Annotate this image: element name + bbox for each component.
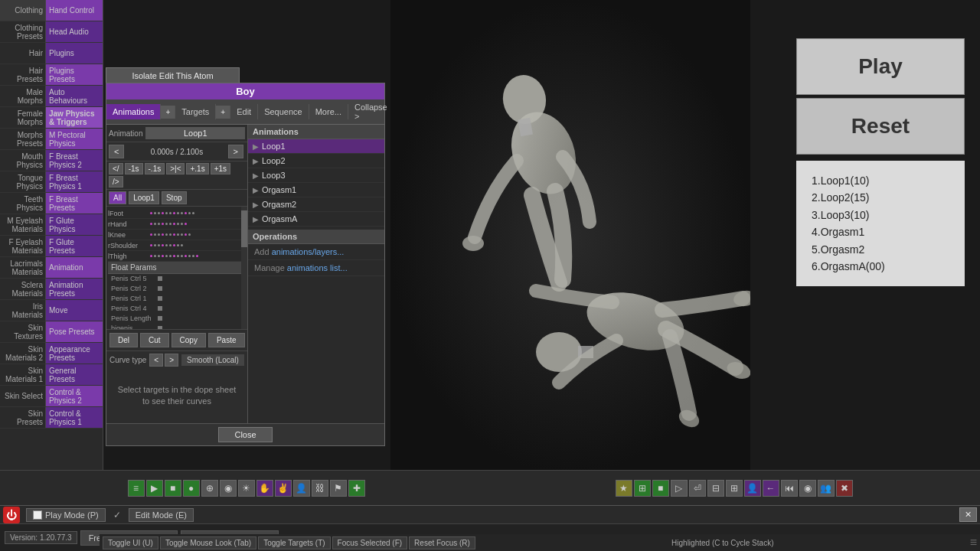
- ctrl-plus01s[interactable]: +.1s: [186, 163, 208, 174]
- tb-icon-grid[interactable]: ⊞: [634, 480, 651, 497]
- anim-list-item-3[interactable]: ▶Orgasm1: [248, 183, 384, 197]
- fn-toggle-targets[interactable]: Toggle Targets (T): [258, 536, 330, 549]
- fn-toggle-mouse[interactable]: Toggle Mouse Look (Tab): [160, 536, 256, 549]
- sidebar-item-10[interactable]: M Eyelash MaterialsF Glute Physics: [0, 214, 103, 236]
- tb-icon-skip[interactable]: ⏮: [781, 480, 798, 497]
- sidebar-item-8[interactable]: Tongue PhysicsF Breast Physics 1: [0, 171, 103, 193]
- ctrl-plus1s[interactable]: +1s: [211, 163, 230, 174]
- anim-list-item-2[interactable]: ▶Loop3: [248, 168, 384, 183]
- ctrl-play-pause[interactable]: >|<: [166, 163, 185, 174]
- tab-edit[interactable]: Edit: [230, 104, 258, 119]
- tb-icon-grab[interactable]: ✌: [275, 480, 292, 497]
- ctrl-goto-start[interactable]: </: [109, 163, 123, 174]
- sidebar-item-6[interactable]: Morphs PresetsM Pectoral Physics: [0, 129, 103, 150]
- play-big-button[interactable]: Play: [796, 38, 965, 95]
- sidebar-item-0[interactable]: ClothingHand Control: [0, 0, 103, 21]
- close-dialog-btn[interactable]: Close: [218, 427, 272, 442]
- tb-icon-person[interactable]: 👤: [293, 480, 310, 497]
- stop-btn[interactable]: Stop: [162, 191, 187, 204]
- play-mode-btn[interactable]: Play Mode (P): [26, 508, 106, 522]
- ctrl-next-key[interactable]: />: [109, 176, 123, 187]
- tb-icon-arrow-left[interactable]: ←: [763, 480, 779, 497]
- seq-item-4: 5.Orgasm2: [812, 241, 949, 258]
- tb-icon-arrow-r[interactable]: ▷: [671, 480, 688, 497]
- power-button[interactable]: ⏻: [3, 507, 20, 523]
- sidebar-item-5[interactable]: Female MorphsJaw Physics & Triggers: [0, 107, 103, 129]
- anim-list-item-0[interactable]: ▶Loop1: [248, 139, 384, 154]
- tab-plus1[interactable]: +: [161, 106, 175, 119]
- all-btn[interactable]: All: [109, 191, 126, 204]
- tb-icon-paste[interactable]: ⊞: [726, 480, 743, 497]
- sidebar-item-18[interactable]: Skin SelectControl & Physics 2: [0, 386, 103, 407]
- tab-sequence[interactable]: Sequence: [258, 104, 309, 119]
- dope-scrollbar[interactable]: [241, 207, 247, 329]
- sidebar-item-1[interactable]: Clothing PresetsHead Audio: [0, 21, 103, 43]
- tb-icon-person3[interactable]: 👥: [818, 480, 835, 497]
- tb-icon-square[interactable]: ■: [652, 480, 669, 497]
- ctrl-minus1s[interactable]: -1s: [125, 163, 143, 174]
- sidebar-item-13[interactable]: Sclera MaterialsAnimation Presets: [0, 279, 103, 300]
- tb-icon-target[interactable]: ⊕: [201, 480, 218, 497]
- scrollbar-thumb[interactable]: [241, 210, 247, 247]
- sidebar-item-9[interactable]: Teeth PhysicsF Breast Presets: [0, 193, 103, 214]
- tb-icon-play[interactable]: ▶: [146, 480, 163, 497]
- isolate-edit-bar[interactable]: Isolate Edit This Atom: [106, 67, 240, 84]
- fn-reset-focus[interactable]: Reset Focus (R): [409, 536, 475, 549]
- tb-icon-light[interactable]: ☀: [238, 480, 255, 497]
- curve-next-btn[interactable]: >: [165, 354, 178, 367]
- nav-prev-btn[interactable]: <: [109, 145, 124, 158]
- sidebar-item-4[interactable]: Male MorphsAuto Behaviours: [0, 86, 103, 107]
- sidebar-item-3[interactable]: Hair PresetsPlugins Presets: [0, 64, 103, 86]
- tb-icon-star[interactable]: ★: [616, 480, 632, 497]
- edit-mode-btn[interactable]: Edit Mode (E): [129, 508, 194, 522]
- sidebar-item-15[interactable]: Skin TexturesPose Presets: [0, 321, 103, 343]
- tb-icon-add[interactable]: ✚: [348, 480, 365, 497]
- anim-list-item-4[interactable]: ▶Orgasm2: [248, 197, 384, 212]
- fn-toggle-ui[interactable]: Toggle UI (U): [103, 536, 158, 549]
- tb-icon-x[interactable]: ✖: [836, 480, 853, 497]
- anim-list-item-5[interactable]: ▶OrgasmA: [248, 212, 384, 227]
- tb-icon-link[interactable]: ⛓: [312, 480, 328, 497]
- tab-targets[interactable]: Targets: [175, 104, 216, 119]
- sidebar-item-16[interactable]: Skin Materials 2Appearance Presets: [0, 343, 103, 364]
- tb-icon-circle[interactable]: ◉: [799, 480, 816, 497]
- anim-list-item-1[interactable]: ▶Loop2: [248, 154, 384, 168]
- tb-icon-enter[interactable]: ⏎: [689, 480, 706, 497]
- tb-icon-flag[interactable]: ⚑: [330, 480, 347, 497]
- tab-plus2[interactable]: +: [216, 106, 230, 119]
- mode-checkmark: ✓: [109, 510, 126, 520]
- cut-btn[interactable]: Cut: [140, 333, 169, 347]
- tab-more[interactable]: More...: [309, 104, 348, 119]
- play-mode-checkbox[interactable]: [33, 510, 42, 520]
- copy-btn[interactable]: Copy: [172, 333, 206, 347]
- sidebar-item-17[interactable]: Skin Materials 1General Presets: [0, 364, 103, 386]
- sidebar-item-7[interactable]: Mouth PhysicsF Breast Physics 2: [0, 150, 103, 171]
- sidebar-item-2[interactable]: HairPlugins: [0, 43, 103, 64]
- tb-icon-stop[interactable]: ■: [165, 480, 181, 497]
- close-mode-btn[interactable]: ✕: [959, 507, 977, 522]
- manage-animations-btn[interactable]: Manage animations list...: [248, 260, 384, 276]
- add-animations-btn[interactable]: Add animations/layers...: [248, 244, 384, 260]
- tb-icon-eye[interactable]: ◉: [220, 480, 237, 497]
- paste-btn[interactable]: Paste: [208, 333, 245, 347]
- sidebar-item-19[interactable]: Skin PresetsControl & Physics 1: [0, 407, 103, 429]
- tb-icon-rec[interactable]: ●: [183, 480, 200, 497]
- tb-icon-copy[interactable]: ⊟: [707, 480, 724, 497]
- sidebar-item-12[interactable]: Lacrimals MaterialsAnimation: [0, 257, 103, 279]
- tb-icon-person2[interactable]: 👤: [744, 480, 761, 497]
- sidebar-item-11[interactable]: F Eyelash MaterialsF Glute Presets: [0, 236, 103, 257]
- reset-big-button[interactable]: Reset: [796, 98, 965, 155]
- nav-next-btn[interactable]: >: [228, 145, 243, 158]
- tb-icon-list[interactable]: ≡: [128, 480, 145, 497]
- tab-animations[interactable]: Animations: [106, 104, 161, 119]
- sidebar-item-14[interactable]: Iris MaterialsMove: [0, 300, 103, 321]
- tb-icon-hand[interactable]: ✋: [256, 480, 273, 497]
- loop-play-btn[interactable]: Loop1: [129, 191, 159, 204]
- fn-menu-icon[interactable]: ≡: [970, 536, 977, 549]
- ctrl-minus01s[interactable]: -.1s: [145, 163, 165, 174]
- curve-prev-btn[interactable]: <: [149, 354, 163, 367]
- tab-collapse[interactable]: Collapse >: [348, 99, 394, 124]
- del-btn[interactable]: Del: [109, 333, 138, 347]
- dot-1-0: [150, 223, 152, 225]
- fn-focus-selected[interactable]: Focus Selected (F): [332, 536, 407, 549]
